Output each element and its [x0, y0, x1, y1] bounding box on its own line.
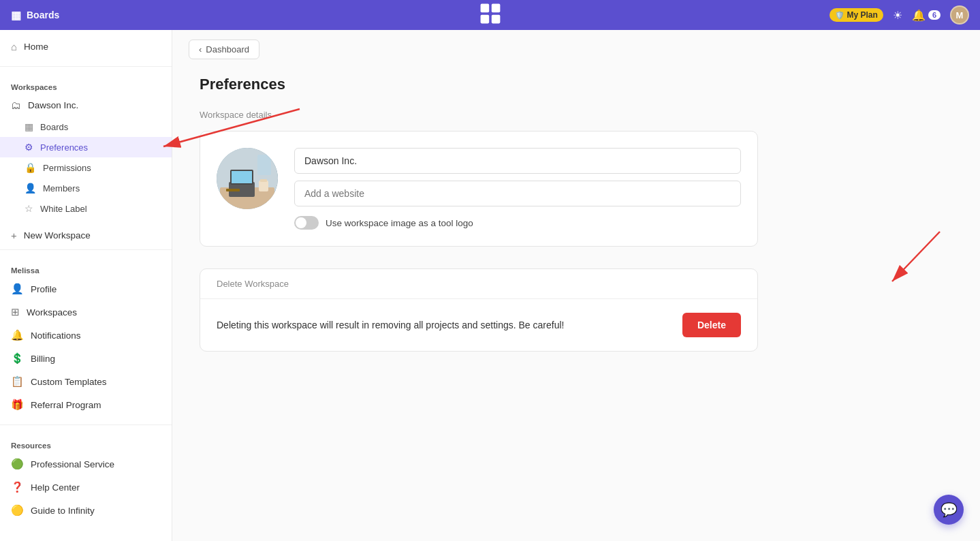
boards-icon: ▦ — [11, 9, 21, 22]
breadcrumb-bar: ‹ Dashboard — [172, 30, 980, 69]
app-logo — [478, 1, 503, 26]
help-center-label: Help Center — [31, 482, 80, 493]
professional-service-icon: 🟢 — [11, 458, 24, 470]
sidebar-item-workspace[interactable]: 🗂 Dawson Inc. — [0, 94, 172, 117]
members-icon: 👤 — [25, 183, 36, 194]
app-title: ▦ Boards — [11, 9, 59, 22]
referral-icon: 🎁 — [11, 399, 24, 411]
workspace-details-label: Workspace details — [200, 110, 758, 120]
toggle-label: Use workspace image as a tool logo — [326, 218, 473, 228]
profile-icon: 👤 — [11, 283, 24, 295]
preferences-icon: ⚙ — [25, 142, 33, 153]
svg-rect-8 — [232, 171, 252, 183]
notifications-label: Notifications — [31, 330, 81, 341]
user-section-title: Melissa — [0, 258, 172, 277]
topnav-actions: My Plan ☀ 🔔 6 M — [829, 5, 969, 25]
logo-center — [478, 1, 503, 29]
svg-rect-9 — [259, 181, 268, 191]
sidebar-item-workspaces[interactable]: ⊞ Workspaces — [0, 300, 172, 324]
notifications-button[interactable]: 🔔 6 — [912, 9, 941, 22]
workspace-name-label: Dawson Inc. — [28, 100, 78, 110]
svg-rect-12 — [257, 155, 271, 175]
main-layout: ⌂ Home Workspaces 🗂 Dawson Inc. ▦ Boards… — [0, 30, 980, 541]
workspace-image[interactable] — [217, 148, 278, 209]
app-name-label: Boards — [27, 10, 59, 20]
workspace-details-card: Use workspace image as a tool logo — [200, 131, 758, 247]
boards-sidebar-icon: ▦ — [25, 121, 33, 132]
plus-icon: + — [11, 230, 17, 241]
workspaces-icon: ⊞ — [11, 306, 20, 318]
sidebar-item-new-workspace[interactable]: + New Workspace — [0, 224, 172, 247]
resources-section-title: Resources — [0, 433, 172, 452]
sidebar-item-referral-program[interactable]: 🎁 Referral Program — [0, 393, 172, 416]
user-avatar[interactable]: M — [950, 5, 969, 25]
workspace-name-input[interactable] — [294, 148, 741, 174]
sidebar-item-billing[interactable]: 💲 Billing — [0, 347, 172, 370]
sidebar-item-guide[interactable]: 🟡 Guide to Infinity — [0, 499, 172, 522]
back-btn-label: Dashboard — [206, 44, 249, 55]
home-icon: ⌂ — [11, 41, 17, 52]
sidebar-workspaces-section: Workspaces 🗂 Dawson Inc. ▦ Boards ⚙ Pref… — [0, 69, 172, 224]
boards-label: Boards — [40, 122, 68, 132]
workspace-fields: Use workspace image as a tool logo — [294, 148, 741, 230]
sidebar-item-home[interactable]: ⌂ Home — [0, 35, 172, 58]
billing-icon: 💲 — [11, 352, 24, 365]
svg-rect-2 — [480, 15, 489, 24]
delete-section-label: Delete Workspace — [217, 279, 289, 289]
sidebar-item-profile[interactable]: 👤 Profile — [0, 277, 172, 300]
svg-rect-11 — [226, 189, 240, 191]
guide-icon: 🟡 — [11, 504, 24, 516]
workspace-photo — [217, 148, 278, 209]
permissions-icon: 🔒 — [25, 162, 36, 173]
guide-label: Guide to Infinity — [31, 506, 95, 516]
preferences-section: Preferences Workspace details — [172, 69, 785, 379]
top-navigation: ▦ Boards My Plan ☀ 🔔 6 M — [0, 0, 980, 30]
permissions-label: Permissions — [43, 163, 91, 173]
custom-templates-label: Custom Templates — [31, 377, 107, 387]
workspace-logo-toggle[interactable] — [294, 216, 319, 230]
delete-workspace-button[interactable]: Delete — [682, 313, 741, 337]
sidebar-item-members[interactable]: 👤 Members — [0, 178, 172, 198]
delete-section-body: Deleting this workspace will result in r… — [200, 299, 757, 351]
workspace-icon: 🗂 — [11, 99, 21, 111]
website-input[interactable] — [294, 181, 741, 206]
chat-icon: 💬 — [941, 501, 958, 518]
sidebar-item-white-label[interactable]: ☆ White Label — [0, 198, 172, 219]
svg-rect-0 — [480, 4, 489, 13]
sidebar-item-boards[interactable]: ▦ Boards — [0, 117, 172, 137]
sidebar-home-section: ⌂ Home — [0, 30, 172, 63]
sidebar-item-help-center[interactable]: ❓ Help Center — [0, 476, 172, 499]
delete-workspace-section: Delete Workspace Deleting this workspace… — [200, 268, 758, 352]
toggle-row: Use workspace image as a tool logo — [294, 216, 741, 230]
preferences-sidebar-label: Preferences — [40, 142, 88, 153]
workspaces-label: Workspaces — [27, 307, 77, 318]
sidebar-item-professional-service[interactable]: 🟢 Professional Service — [0, 452, 172, 476]
templates-icon: 📋 — [11, 375, 24, 388]
sidebar-item-custom-templates[interactable]: 📋 Custom Templates — [0, 370, 172, 393]
sidebar: ⌂ Home Workspaces 🗂 Dawson Inc. ▦ Boards… — [0, 30, 172, 541]
new-workspace-label: New Workspace — [24, 230, 91, 241]
help-icon: ❓ — [11, 481, 24, 493]
sidebar-home-label: Home — [24, 42, 48, 52]
sidebar-user-section: Melissa 👤 Profile ⊞ Workspaces 🔔 Notific… — [0, 253, 172, 422]
profile-label: Profile — [31, 284, 57, 294]
white-label-icon: ☆ — [25, 203, 33, 214]
svg-rect-10 — [260, 179, 267, 182]
delete-warning-text: Deleting this workspace will result in r… — [217, 320, 564, 330]
notification-count: 6 — [928, 10, 941, 20]
content-area: ‹ Dashboard Preferences Workspace detail… — [172, 30, 980, 541]
preferences-page-title: Preferences — [200, 76, 758, 93]
sidebar-resources-section: Resources 🟢 Professional Service ❓ Help … — [0, 428, 172, 527]
theme-toggle-button[interactable]: ☀ — [893, 9, 902, 22]
sidebar-item-permissions[interactable]: 🔒 Permissions — [0, 157, 172, 178]
members-label: Members — [43, 183, 80, 194]
sidebar-item-notifications[interactable]: 🔔 Notifications — [0, 324, 172, 347]
white-label-label: White Label — [40, 204, 87, 214]
dashboard-back-button[interactable]: ‹ Dashboard — [189, 40, 259, 59]
workspaces-section-title: Workspaces — [0, 75, 172, 94]
chat-fab-button[interactable]: 💬 — [934, 495, 964, 525]
svg-rect-3 — [491, 15, 500, 24]
sidebar-item-preferences[interactable]: ⚙ Preferences — [0, 137, 172, 157]
chevron-left-icon: ‹ — [199, 44, 202, 55]
plan-badge[interactable]: My Plan — [829, 8, 883, 22]
